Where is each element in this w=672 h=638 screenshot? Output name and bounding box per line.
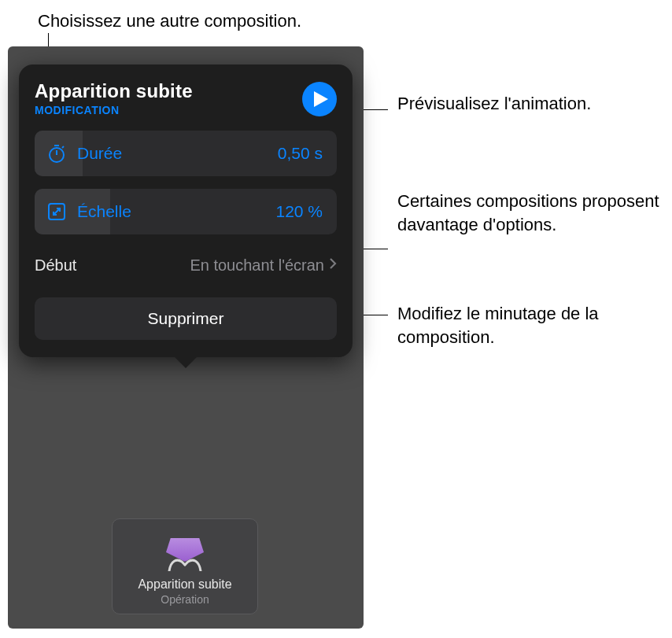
start-row[interactable]: Début En touchant l'écran (35, 247, 337, 283)
scale-icon (46, 201, 68, 223)
animation-thumbnail[interactable]: Apparition subite Opération (112, 518, 258, 614)
thumb-title: Apparition subite (138, 577, 231, 592)
modification-link[interactable]: MODIFICATION (35, 104, 193, 116)
duration-value: 0,50 s (278, 144, 337, 163)
scale-value: 120 % (275, 202, 337, 221)
timer-icon (46, 142, 68, 164)
start-label: Début (35, 256, 76, 275)
callout-timing: Modifiez le minutage de la composition. (397, 302, 672, 349)
thumb-subtitle: Opération (161, 593, 209, 606)
animation-popover: Apparition subite MODIFICATION Durée (19, 65, 353, 357)
popover-header: Apparition subite MODIFICATION (35, 80, 337, 116)
delete-button[interactable]: Supprimer (35, 297, 337, 340)
chevron-right-icon (329, 257, 337, 273)
scale-row[interactable]: Échelle 120 % (35, 189, 337, 234)
start-value: En touchant l'écran (190, 256, 324, 275)
preview-play-button[interactable] (302, 82, 337, 116)
callout-preview: Prévisualisez l'animation. (397, 92, 591, 116)
svg-line-5 (54, 208, 60, 215)
callout-options: Certaines compositions proposent davanta… (397, 190, 672, 236)
animation-title: Apparition subite (35, 80, 193, 102)
duration-label: Durée (77, 144, 122, 163)
duration-row[interactable]: Durée 0,50 s (35, 131, 337, 176)
svg-line-3 (62, 146, 64, 148)
callout-choose-composition: Choisissez une autre composition. (38, 9, 301, 33)
thumb-icon (163, 538, 207, 571)
editor-stage: Apparition subite MODIFICATION Durée (8, 46, 364, 629)
scale-label: Échelle (77, 202, 131, 221)
header-text-group[interactable]: Apparition subite MODIFICATION (35, 80, 193, 116)
play-icon (314, 91, 328, 107)
